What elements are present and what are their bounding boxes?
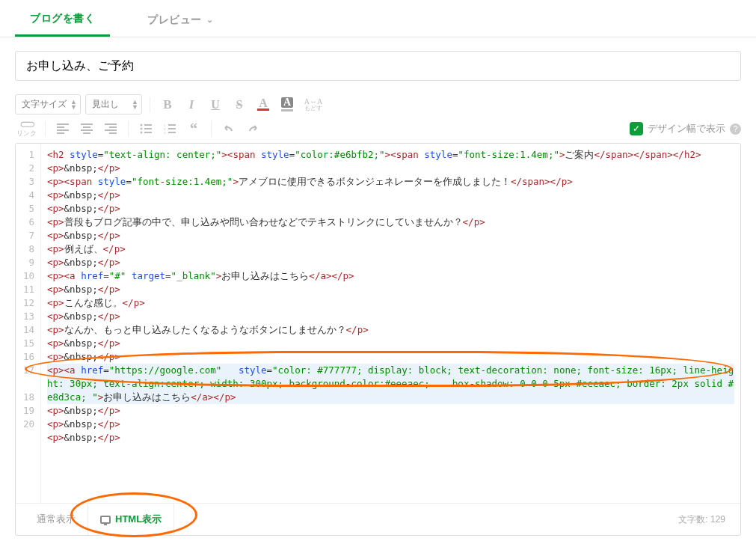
code-line[interactable]: <p>&nbsp;</p> [47,202,734,216]
code-content[interactable]: <h2 style="text-align: center;"><span st… [41,144,740,503]
char-count-label: 文字数: [678,514,707,525]
code-token-txt: なんか、もっと申し込みしたくなるようなボタンにしませんか？ [64,324,346,335]
align-left-button[interactable] [53,119,73,138]
tab-html-view-label: HTML表示 [115,513,162,526]
code-line[interactable]: <p>&nbsp;</p> [47,189,734,202]
code-token-txt: = [267,364,273,376]
code-token-str: "font-size:1.4em;" [132,176,233,187]
code-line[interactable]: <p>なんか、もっと申し込みしたくなるようなボタンにしませんか？</p> [47,323,734,337]
code-line[interactable]: <h2 style="text-align: center;"><span st… [47,148,734,162]
link-button-label: リンク [16,129,37,137]
code-line[interactable]: <p>&nbsp;</p> [47,404,734,418]
code-line[interactable]: <p>&nbsp;</p> [47,229,734,242]
link-button[interactable]: ⊂⊃ リンク [15,120,37,137]
code-line[interactable]: <p>例えば、</p> [47,242,734,256]
align-center-button[interactable] [77,119,96,138]
line-number: 19 [20,404,34,418]
link-icon: ⊂⊃ [19,120,33,128]
redo-button[interactable] [243,119,262,138]
tab-write[interactable]: ブログを書く [15,7,110,37]
code-token-tag: ><span [221,149,255,160]
line-number: 13 [20,310,34,323]
code-line[interactable]: <p><span style="font-size:1.4em;">アメブロに使… [47,175,734,189]
tab-html-view[interactable]: HTML表示 [88,504,174,535]
code-token-tag: </p> [98,162,120,174]
tab-normal-view[interactable]: 通常表示 [25,504,88,535]
code-token-tag: </span></span></h2> [594,149,701,160]
code-token-attr: target [132,270,165,281]
align-center-icon [81,123,93,134]
code-line[interactable]: <p>&nbsp;</p> [47,350,734,364]
code-token-txt: &nbsp; [64,418,98,430]
code-line[interactable]: <p>&nbsp;</p> [47,283,734,296]
heading-select[interactable]: 見出し ▲▼ [85,94,142,114]
code-token-attr: style [239,364,267,376]
code-line[interactable]: <p>&nbsp;</p> [47,162,734,175]
line-number: 20 [20,418,34,431]
number-list-button[interactable]: 123 [160,119,179,138]
code-token-tag: </p> [98,337,120,349]
code-area[interactable]: 1234567891011121314151617 181920 <h2 sty… [16,144,740,503]
color-swatch-icon [257,109,269,111]
clear-format-button[interactable]: A↔A もどす [301,95,325,114]
char-count: 文字数: 129 [672,504,731,535]
code-token-txt [64,149,70,160]
italic-button[interactable]: I [182,95,201,114]
code-token-tag: <p> [47,216,64,227]
highlight-letter: A [281,97,293,108]
code-line[interactable]: <p>こんな感じ。</p> [47,296,734,310]
highlight-button[interactable]: A [277,95,297,114]
check-icon: ✓ [630,122,643,135]
editor-bottom-bar: 通常表示 HTML表示 文字数: 129 [16,503,740,535]
code-token-tag: <p> [47,432,64,443]
code-token-txt: お申し込みはこちら [103,391,191,403]
code-line[interactable]: <p>&nbsp;</p> [47,431,734,445]
line-number: 5 [20,202,34,216]
code-token-txt: &nbsp; [64,162,98,174]
line-number: 11 [20,283,34,296]
code-token-tag: <p> [47,162,64,174]
code-token-tag: <p> [47,405,64,416]
separator [128,120,129,137]
code-token-tag: <p> [47,203,64,214]
bold-button[interactable]: B [158,95,177,114]
code-line[interactable]: <p><a href="#" target="_blank">お申し込みはこちら… [47,269,734,283]
code-token-txt: &nbsp; [64,230,98,241]
redo-icon [247,123,259,134]
code-token-tag: </p> [103,243,126,254]
post-title-input[interactable] [15,51,741,81]
align-right-button[interactable] [101,119,120,138]
code-line[interactable]: <p>&nbsp;</p> [47,310,734,323]
code-token-tag: </p> [98,189,120,201]
svg-point-14 [141,132,143,134]
code-token-txt: = [103,270,109,281]
blockquote-button[interactable]: “ [184,119,203,138]
line-number: 8 [20,242,34,256]
code-token-tag: <p> [47,337,64,349]
underline-button[interactable]: U [206,95,225,114]
bullet-list-button[interactable] [136,119,156,138]
tab-normal-view-label: 通常表示 [37,513,76,526]
code-line[interactable]: <p>普段もブログ記事の中で、申し込みや問い合わせなどでテキストリンクにしていま… [47,216,734,229]
code-token-str: "font-size:1.4em;" [458,149,559,160]
code-token-tag: <p> [47,418,64,430]
top-tabs: ブログを書く プレビュー ⌄ [0,0,756,37]
code-line[interactable]: <p>&nbsp;</p> [47,337,734,350]
align-right-icon [105,123,117,134]
code-line[interactable]: <p><a href="https://google.com" style="c… [47,364,734,404]
code-line[interactable]: <p>&nbsp;</p> [47,418,734,431]
code-line[interactable]: <p>&nbsp;</p> [47,256,734,269]
clear-format-bottom: もどす [304,105,322,112]
text-color-button[interactable]: A [253,95,273,114]
undo-button[interactable] [219,119,239,138]
line-number: 3 [20,175,34,189]
undo-icon [223,123,235,134]
font-size-select[interactable]: 文字サイズ ▲▼ [15,94,81,114]
code-token-txt: = [103,364,109,376]
tab-preview[interactable]: プレビュー ⌄ [132,9,228,36]
design-width-toggle[interactable]: ✓ デザイン幅で表示 ? [630,122,741,135]
strike-button[interactable]: S [230,95,249,114]
view-tabs: 通常表示 HTML表示 [25,504,174,535]
line-number: 10 [20,269,34,283]
help-icon[interactable]: ? [730,123,741,135]
